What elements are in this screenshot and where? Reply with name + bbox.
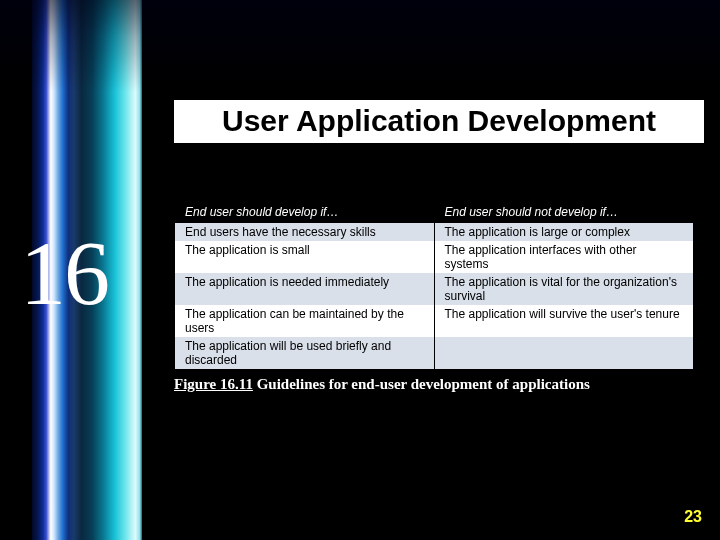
slide-title: User Application Development xyxy=(174,100,704,143)
figure-caption: Figure 16.11 Guidelines for end-user dev… xyxy=(174,376,704,393)
cell-left: The application is needed immediately xyxy=(175,273,435,305)
table-row: End users have the necessary skills The … xyxy=(175,223,694,242)
page-number: 23 xyxy=(684,508,702,526)
header-should-develop: End user should develop if… xyxy=(175,202,435,223)
cell-right: The application is vital for the organiz… xyxy=(434,273,694,305)
cell-left: The application will be used briefly and… xyxy=(175,337,435,370)
table-row: The application can be maintained by the… xyxy=(175,305,694,337)
cell-right: The application is large or complex xyxy=(434,223,694,242)
cell-left: End users have the necessary skills xyxy=(175,223,435,242)
content-area: User Application Development End user sh… xyxy=(174,100,704,393)
cell-right xyxy=(434,337,694,370)
cell-left: The application is small xyxy=(175,241,435,273)
table-row: The application is needed immediately Th… xyxy=(175,273,694,305)
figure-reference: Figure 16.11 xyxy=(174,376,253,392)
figure-caption-text: Guidelines for end-user development of a… xyxy=(253,376,590,392)
chapter-number: 16 xyxy=(20,220,108,326)
header-should-not-develop: End user should not develop if… xyxy=(434,202,694,223)
cell-right: The application interfaces with other sy… xyxy=(434,241,694,273)
table-row: The application will be used briefly and… xyxy=(175,337,694,370)
guidelines-table: End user should develop if… End user sho… xyxy=(174,201,694,370)
cell-left: The application can be maintained by the… xyxy=(175,305,435,337)
slide: 16 User Application Development End user… xyxy=(0,0,720,540)
table-row: The application is small The application… xyxy=(175,241,694,273)
cell-right: The application will survive the user's … xyxy=(434,305,694,337)
table-header-row: End user should develop if… End user sho… xyxy=(175,202,694,223)
